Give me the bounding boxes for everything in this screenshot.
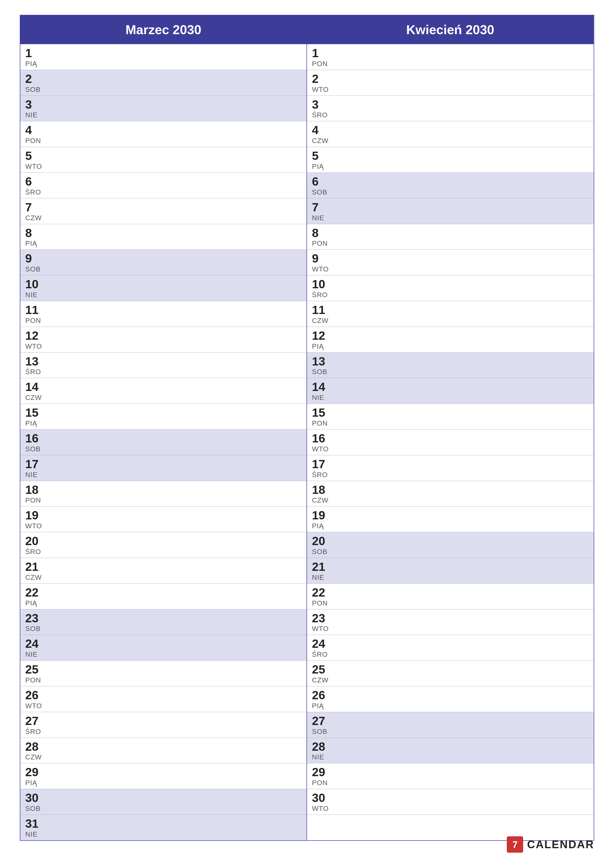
day-number: 15 <box>25 406 302 419</box>
day-name: WTO <box>312 265 589 273</box>
day-name: PIĄ <box>25 240 302 248</box>
march-day-row: 12WTO <box>20 327 307 352</box>
day-number: 30 <box>312 792 589 804</box>
day-name: ŚRO <box>25 548 302 556</box>
day-name: WTO <box>25 702 302 710</box>
day-name: NIE <box>25 471 302 479</box>
page: Marzec 2030Kwiecień 20301PIĄ1PON2SOB2WTO… <box>0 0 614 868</box>
day-name: ŚRO <box>25 368 302 376</box>
day-number: 13 <box>25 355 302 368</box>
day-name: CZW <box>312 496 589 504</box>
april-day-row: 16WTO <box>307 429 594 455</box>
day-number: 24 <box>25 637 302 651</box>
day-name: CZW <box>312 317 589 325</box>
march-day-row: 28CZW <box>20 738 307 763</box>
march-day-row: 22PIĄ <box>20 583 307 609</box>
month-header-march: Marzec 2030 <box>20 16 307 44</box>
march-day-row: 24NIE <box>20 635 307 660</box>
day-number: 10 <box>312 278 589 291</box>
april-day-row: 18CZW <box>307 481 594 507</box>
day-name: SOB <box>25 804 302 812</box>
day-name: CZW <box>25 394 302 401</box>
march-day-row: 11PON <box>20 301 307 327</box>
day-number: 9 <box>312 252 589 265</box>
day-number: 23 <box>25 612 302 625</box>
april-day-row: 2WTO <box>307 70 594 96</box>
svg-text:7: 7 <box>513 840 518 850</box>
march-day-row: 6ŚRO <box>20 172 307 198</box>
march-day-row: 29PIĄ <box>20 763 307 789</box>
april-day-row: 4CZW <box>307 121 594 147</box>
day-name: ŚRO <box>312 291 589 299</box>
day-number: 24 <box>312 637 589 651</box>
day-name: SOB <box>25 265 302 273</box>
day-name: PON <box>25 496 302 504</box>
day-name: PON <box>312 60 589 68</box>
day-name: ŚRO <box>312 111 589 119</box>
day-name: PIĄ <box>25 599 302 607</box>
day-name: WTO <box>25 522 302 530</box>
day-number: 18 <box>25 484 302 497</box>
april-day-row: 17ŚRO <box>307 455 594 481</box>
day-name: PON <box>25 317 302 325</box>
day-name: ŚRO <box>312 471 589 479</box>
day-number: 21 <box>25 560 302 574</box>
day-name: WTO <box>312 85 589 93</box>
day-name: PON <box>312 599 589 607</box>
day-number: 18 <box>312 484 589 497</box>
day-name: WTO <box>312 804 589 812</box>
day-number: 26 <box>25 689 302 702</box>
day-number: 4 <box>312 124 589 137</box>
day-name: WTO <box>312 445 589 453</box>
logo-area: 7 CALENDAR <box>506 836 594 853</box>
day-name: ŚRO <box>25 728 302 736</box>
day-number: 2 <box>312 73 589 85</box>
march-day-row: 15PIĄ <box>20 403 307 429</box>
march-day-row: 10NIE <box>20 275 307 301</box>
march-day-row: 3NIE <box>20 96 307 121</box>
march-day-row: 23SOB <box>20 609 307 635</box>
calendar-grid: Marzec 2030Kwiecień 20301PIĄ1PON2SOB2WTO… <box>20 15 594 841</box>
april-day-row: 28NIE <box>307 738 594 763</box>
day-name: PON <box>312 779 589 787</box>
day-number: 11 <box>312 304 589 317</box>
day-number: 21 <box>312 560 589 574</box>
april-day-row: 3ŚRO <box>307 96 594 121</box>
day-name: SOB <box>25 625 302 633</box>
day-name: SOB <box>312 188 589 196</box>
day-name: PIĄ <box>312 163 589 170</box>
april-day-row: 25CZW <box>307 660 594 686</box>
logo-text: CALENDAR <box>527 838 594 851</box>
april-day-row: 12PIĄ <box>307 327 594 352</box>
day-name: PIĄ <box>25 779 302 787</box>
day-name: PIĄ <box>312 522 589 530</box>
april-day-row: 10ŚRO <box>307 275 594 301</box>
day-number: 14 <box>312 381 589 394</box>
april-day-row: 9WTO <box>307 250 594 275</box>
day-number: 7 <box>25 201 302 214</box>
march-day-row: 4PON <box>20 121 307 147</box>
day-name: NIE <box>312 574 589 581</box>
day-number: 5 <box>25 149 302 163</box>
day-number: 3 <box>312 98 589 112</box>
april-day-row: 27SOB <box>307 712 594 738</box>
day-number: 1 <box>312 47 589 60</box>
day-number: 16 <box>312 432 589 445</box>
day-name: ŚRO <box>25 188 302 196</box>
day-number: 8 <box>25 227 302 240</box>
day-name: PON <box>25 137 302 145</box>
march-day-row: 21CZW <box>20 558 307 583</box>
day-name: PIĄ <box>312 343 589 350</box>
april-day-row: 8PON <box>307 224 594 250</box>
day-name: CZW <box>25 214 302 222</box>
day-number: 20 <box>312 535 589 548</box>
day-number: 2 <box>25 73 302 85</box>
day-name: PIĄ <box>25 419 302 427</box>
day-number: 28 <box>25 740 302 753</box>
day-name: PON <box>312 240 589 248</box>
day-name: CZW <box>25 574 302 581</box>
march-day-row: 2SOB <box>20 70 307 96</box>
day-name: WTO <box>25 163 302 170</box>
day-number: 3 <box>25 98 302 112</box>
day-number: 22 <box>312 586 589 599</box>
